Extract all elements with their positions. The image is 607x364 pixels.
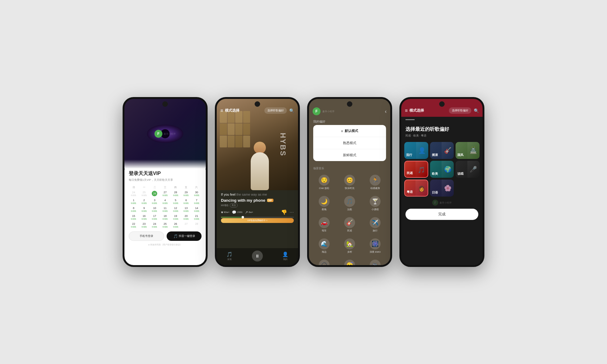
douyin-login-button[interactable]: 🎵 抖音一键登录	[167, 231, 202, 241]
app-logo: F	[313, 107, 320, 115]
cal-day[interactable]: 26待领取	[171, 222, 181, 229]
genre-oumei[interactable]: 🌍 欧美	[430, 161, 454, 178]
progress-bar[interactable]	[221, 217, 294, 217]
scene-game[interactable]: 🎮 抖音漫游	[362, 257, 388, 265]
scene-chill[interactable]: 😌 Chill 放松	[311, 172, 337, 193]
scene-workout[interactable]: 🏃 动感健身	[362, 172, 388, 193]
like-button[interactable]: ♥ 80w+	[221, 210, 229, 214]
cal-day[interactable]: 10待领取	[150, 206, 160, 213]
cal-day[interactable]: 17待领取	[150, 214, 160, 221]
genre-liuxing[interactable]: 👤 流行	[404, 142, 428, 159]
cal-day[interactable]: 20待领取	[181, 214, 191, 221]
login-content: 登录天天送VIP 每日免费领1天VIP，天天听歌天天享 日 一 二 三 四 五 …	[124, 166, 206, 265]
phone2-header: ≡ 模式选择 选择听歌偏好 🔍	[220, 107, 294, 114]
cal-day[interactable]: 27待领取	[160, 190, 170, 197]
notch-4	[439, 101, 445, 107]
cal-day[interactable]: 22待领取	[129, 222, 139, 229]
cal-day[interactable]: 1待领取	[129, 198, 139, 205]
scene-drive[interactable]: 🚗 驾车	[311, 214, 337, 235]
mode-option-default[interactable]: ≡ 默认模式	[313, 125, 386, 137]
nav-mine[interactable]: 👤 我的	[282, 251, 288, 261]
cal-day[interactable]: 14待领取	[192, 206, 202, 213]
done-button[interactable]: 完成	[405, 209, 478, 220]
cal-day: 27	[181, 222, 191, 229]
watermark: F 趣享小程序	[401, 200, 483, 206]
select-preference-button[interactable]: 选择听歌偏好	[449, 107, 471, 114]
artist-row: HYBS 关注	[221, 203, 294, 207]
night-icon: 🌙	[319, 196, 330, 207]
back-icon[interactable]: ‹	[385, 108, 387, 115]
mode-option-fresh[interactable]: 新鲜模式	[313, 149, 386, 161]
menu-icon[interactable]: ≡	[405, 108, 408, 113]
dislike-button[interactable]: 👎	[281, 209, 287, 215]
comment-button[interactable]: 💬 2391	[232, 210, 242, 214]
current-prefs: 民谣 · 欧美 · 粤语	[405, 134, 478, 138]
cal-day: 25待领取	[139, 190, 149, 197]
cal-day[interactable]: 15待领取	[129, 214, 139, 221]
search-icon[interactable]: 🔍	[289, 108, 294, 113]
cal-day[interactable]: 28待领取	[171, 190, 181, 197]
scene-label: 场景音乐	[309, 164, 390, 172]
nav-play-pause[interactable]: ⏸	[252, 251, 263, 261]
watermark: F 趣享小程序	[154, 130, 176, 138]
scene-night[interactable]: 🌙 夜晚	[311, 193, 337, 214]
cal-day[interactable]: 9待领取	[139, 206, 149, 213]
cal-day[interactable]: 25待领取	[160, 222, 170, 229]
genre-guofeng[interactable]: 🏯 国风	[456, 142, 480, 159]
cal-day[interactable]: 21待领取	[192, 214, 202, 221]
healing-icon: 🎵	[344, 196, 355, 207]
artist-album-text: HYBS	[279, 133, 287, 157]
share-button[interactable]: ↗ 6w+	[245, 210, 253, 214]
cal-day[interactable]: 11待领取	[160, 206, 170, 213]
genre-riyu[interactable]: 🌸 日语	[430, 180, 454, 197]
cal-day-today[interactable]: 26	[150, 190, 160, 197]
phone-2: ≡ 模式选择 选择听歌偏好 🔍	[215, 97, 300, 267]
genre-yuedong[interactable]: 👩 粤语	[404, 180, 428, 197]
scene-travel[interactable]: ✈️ 旅行	[362, 214, 388, 235]
search-icon[interactable]: 🔍	[474, 108, 479, 113]
cal-day[interactable]: 18待领取	[160, 214, 170, 221]
phone4-bg: ≡ 模式选择 选择听歌偏好 🔍 选择最近的听歌偏好 民谣 · 欧美 · 粤语	[401, 99, 483, 265]
travel-icon: ✈️	[370, 217, 381, 228]
cal-day[interactable]: 13待领取	[181, 206, 191, 213]
cal-day[interactable]: 23待领取	[139, 222, 149, 229]
scene-happy[interactable]: 😊 快乐时光	[337, 172, 362, 193]
genre-minyao[interactable]: 🎵 民谣	[404, 161, 428, 178]
menu-icon[interactable]: ≡	[220, 108, 223, 113]
sleep-icon: 😴	[344, 260, 355, 265]
scene-dj[interactable]: 🎧 DJ模式	[311, 257, 337, 265]
cal-day[interactable]: 29待领取	[181, 190, 191, 197]
emo-icon: 🎆	[370, 238, 381, 249]
scene-country[interactable]: 🏡 乡村	[337, 235, 362, 257]
cal-day[interactable]: 7待领取	[192, 198, 202, 205]
genre-yaogn[interactable]: 🎸 摇滚	[430, 142, 454, 159]
more-button[interactable]: ⋯	[290, 210, 294, 215]
cal-day[interactable]: 4待领取	[160, 198, 170, 205]
cal-day[interactable]: 8待领取	[129, 206, 139, 213]
cal-day[interactable]: 3待领取	[150, 198, 160, 205]
scene-folk[interactable]: 🎸 民谣	[337, 214, 362, 235]
bottom-nav: 🎵 发现 ⏸ 👤 我的	[217, 248, 298, 265]
genre-shuochang[interactable]: 🎤 说唱	[456, 161, 480, 178]
cal-day[interactable]: 2待领取	[139, 198, 149, 205]
follow-button[interactable]: 关注	[230, 203, 238, 207]
scene-sleep[interactable]: 😴 助眠模式	[337, 257, 362, 265]
mode-option-familiar[interactable]: 熟悉模式	[313, 137, 386, 149]
cal-day[interactable]: 30待领取	[192, 190, 202, 197]
cal-day[interactable]: 24待领取	[150, 222, 160, 229]
cal-day[interactable]: 16待领取	[139, 214, 149, 221]
select-preference-button[interactable]: 选择听歌偏好	[264, 107, 287, 114]
scene-emo[interactable]: 🎆 深夜 EMO	[362, 235, 388, 257]
vip-promo-banner[interactable]: VIP歌曲免费畅听中 >	[221, 218, 294, 223]
scene-bar[interactable]: 🍸 小酒馆	[362, 193, 388, 214]
phone-login-button[interactable]: 手机号登录	[129, 231, 164, 241]
cal-day[interactable]: 12待领取	[171, 206, 181, 213]
cal-day[interactable]: 6待领取	[181, 198, 191, 205]
nav-discover[interactable]: 🎵 发现	[226, 251, 232, 261]
cal-day[interactable]: 19待领取	[171, 214, 181, 221]
scene-beach[interactable]: 🌊 海边	[311, 235, 337, 257]
scene-healing[interactable]: 🎵 治愈	[337, 193, 362, 214]
cal-day[interactable]: 5待领取	[171, 198, 181, 205]
preference-label: 我的偏好	[309, 117, 390, 125]
notch-1	[162, 101, 168, 107]
